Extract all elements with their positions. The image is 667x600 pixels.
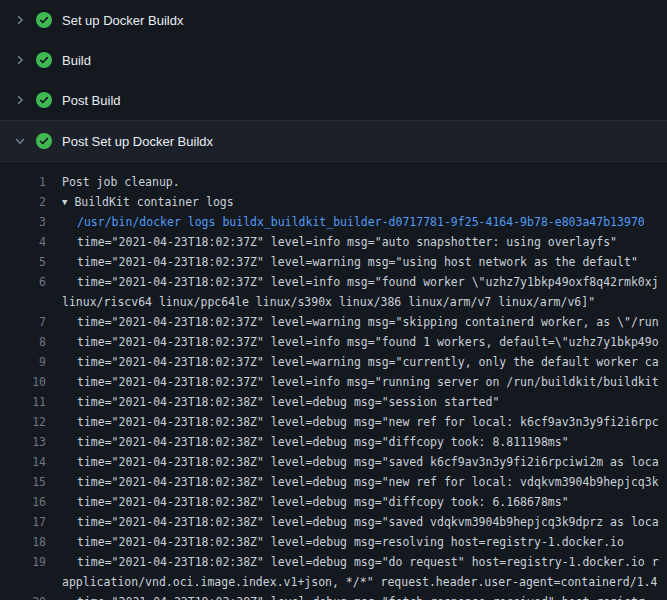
log-line: 7time="2021-04-23T18:02:37Z" level=warni… (0, 312, 667, 332)
log-group-toggle[interactable]: ▼BuildKit container logs (62, 192, 234, 212)
line-number[interactable]: 3 (0, 212, 62, 232)
log-text: time="2021-04-23T18:02:38Z" level=debug … (62, 532, 624, 552)
log-line: 14time="2021-04-23T18:02:38Z" level=debu… (0, 452, 667, 472)
line-number[interactable]: 7 (0, 312, 62, 332)
log-line: 20time="2021-04-23T18:02:38Z" level=debu… (0, 592, 667, 600)
line-number[interactable]: 16 (0, 492, 62, 512)
log-line: 15time="2021-04-23T18:02:38Z" level=debu… (0, 472, 667, 492)
log-text: time="2021-04-23T18:02:37Z" level=warnin… (62, 312, 659, 332)
line-number[interactable]: 15 (0, 472, 62, 492)
log-text: time="2021-04-23T18:02:37Z" level=warnin… (62, 252, 638, 272)
log-text: time="2021-04-23T18:02:38Z" level=debug … (62, 592, 645, 600)
line-number[interactable]: 9 (0, 352, 62, 372)
log-line: 9time="2021-04-23T18:02:37Z" level=warni… (0, 352, 667, 372)
log-group-label: BuildKit container logs (74, 195, 233, 209)
line-number[interactable]: 18 (0, 532, 62, 552)
section-label: Set up Docker Buildx (62, 13, 183, 28)
log-line: 19time="2021-04-23T18:02:38Z" level=debu… (0, 552, 667, 572)
log-line: 3/usr/bin/docker logs buildx_buildkit_bu… (0, 212, 667, 232)
log-text: application/vnd.oci.image.index.v1+json,… (62, 572, 657, 592)
log-line: 13time="2021-04-23T18:02:38Z" level=debu… (0, 432, 667, 452)
log-line: 4time="2021-04-23T18:02:37Z" level=info … (0, 232, 667, 252)
log-line: 10time="2021-04-23T18:02:37Z" level=info… (0, 372, 667, 392)
line-number (0, 292, 62, 312)
log-line: 8time="2021-04-23T18:02:37Z" level=info … (0, 332, 667, 352)
line-number[interactable]: 11 (0, 392, 62, 412)
line-number[interactable]: 10 (0, 372, 62, 392)
chevron-right-icon (12, 12, 28, 28)
chevron-right-icon (12, 52, 28, 68)
success-check-circle-icon (36, 12, 52, 28)
section-row-build[interactable]: Build (0, 40, 667, 80)
chevron-down-icon (12, 133, 28, 149)
line-number[interactable]: 20 (0, 592, 62, 600)
line-number[interactable]: 14 (0, 452, 62, 472)
log-text: time="2021-04-23T18:02:37Z" level=info m… (62, 272, 659, 292)
log-line: 17time="2021-04-23T18:02:38Z" level=debu… (0, 512, 667, 532)
line-number[interactable]: 4 (0, 232, 62, 252)
section-label: Build (62, 53, 91, 68)
section-row-set-up-docker-buildx[interactable]: Set up Docker Buildx (0, 0, 667, 40)
log-text: time="2021-04-23T18:02:38Z" level=debug … (62, 432, 569, 452)
log-line: 1Post job cleanup. (0, 172, 667, 192)
line-number[interactable]: 6 (0, 272, 62, 292)
line-number[interactable]: 8 (0, 332, 62, 352)
log-text: time="2021-04-23T18:02:38Z" level=debug … (62, 552, 659, 572)
log-line: 2▼BuildKit container logs (0, 192, 667, 212)
log-line: 11time="2021-04-23T18:02:38Z" level=debu… (0, 392, 667, 412)
log-text: Post job cleanup. (62, 172, 180, 192)
log-text: time="2021-04-23T18:02:37Z" level=info m… (62, 332, 659, 352)
section-row-post-build[interactable]: Post Build (0, 80, 667, 120)
section-label: Post Build (62, 93, 121, 108)
line-number[interactable]: 17 (0, 512, 62, 532)
log-line: 16time="2021-04-23T18:02:38Z" level=debu… (0, 492, 667, 512)
log-text: time="2021-04-23T18:02:37Z" level=info m… (62, 372, 659, 392)
log-text: time="2021-04-23T18:02:38Z" level=debug … (62, 492, 569, 512)
line-number (0, 572, 62, 592)
log-text: time="2021-04-23T18:02:38Z" level=debug … (62, 412, 659, 432)
log-text: time="2021-04-23T18:02:38Z" level=debug … (62, 512, 659, 532)
triangle-down-icon: ▼ (62, 192, 67, 212)
success-check-circle-icon (36, 52, 52, 68)
section-row-post-set-up-docker-buildx[interactable]: Post Set up Docker Buildx (0, 120, 667, 162)
line-number[interactable]: 2 (0, 192, 62, 212)
log-text: linux/riscv64 linux/ppc64le linux/s390x … (62, 292, 595, 312)
line-number[interactable]: 5 (0, 252, 62, 272)
line-number[interactable]: 13 (0, 432, 62, 452)
log-line: 6time="2021-04-23T18:02:37Z" level=info … (0, 272, 667, 292)
line-number[interactable]: 19 (0, 552, 62, 572)
log-line-wrap-continuation: application/vnd.oci.image.index.v1+json,… (0, 572, 667, 592)
log-text: time="2021-04-23T18:02:37Z" level=info m… (62, 232, 617, 252)
log-line-wrap-continuation: linux/riscv64 linux/ppc64le linux/s390x … (0, 292, 667, 312)
section-label: Post Set up Docker Buildx (62, 134, 213, 149)
log-area: 1Post job cleanup.2▼BuildKit container l… (0, 162, 667, 600)
success-check-circle-icon (36, 92, 52, 108)
log-text: time="2021-04-23T18:02:38Z" level=debug … (62, 472, 659, 492)
line-number[interactable]: 1 (0, 172, 62, 192)
log-text: time="2021-04-23T18:02:38Z" level=debug … (62, 392, 499, 412)
log-command-text: /usr/bin/docker logs buildx_buildkit_bui… (62, 212, 645, 232)
job-steps-list: Set up Docker BuildxBuildPost BuildPost … (0, 0, 667, 162)
log-line: 12time="2021-04-23T18:02:38Z" level=debu… (0, 412, 667, 432)
log-text: time="2021-04-23T18:02:37Z" level=warnin… (62, 352, 659, 372)
chevron-right-icon (12, 92, 28, 108)
success-check-circle-icon (36, 133, 52, 149)
log-line: 5time="2021-04-23T18:02:37Z" level=warni… (0, 252, 667, 272)
line-number[interactable]: 12 (0, 412, 62, 432)
log-text: time="2021-04-23T18:02:38Z" level=debug … (62, 452, 659, 472)
log-line: 18time="2021-04-23T18:02:38Z" level=debu… (0, 532, 667, 552)
